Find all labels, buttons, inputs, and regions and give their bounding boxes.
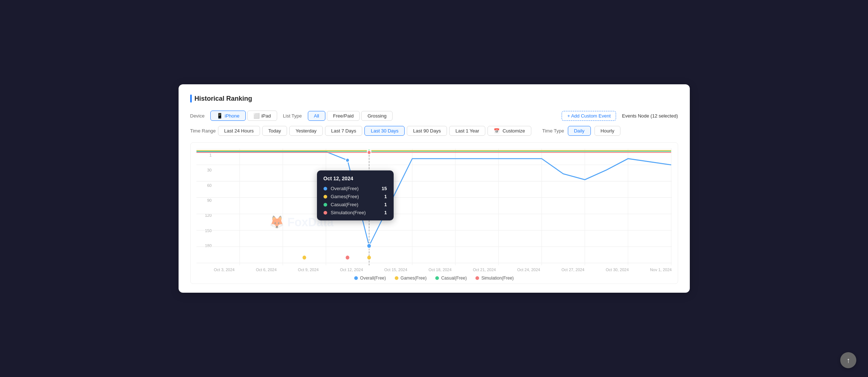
tooltip-dot-casual: [324, 203, 327, 207]
section-title: Historical Ranking: [190, 95, 678, 103]
tooltip-label-overall: Overall(Free): [331, 186, 378, 191]
ipad-icon: ⬜: [253, 113, 260, 119]
tooltip-row-games: Games(Free) 1: [324, 194, 387, 199]
device-ipad-btn[interactable]: ⬜ iPad: [247, 111, 277, 121]
x-label-5: Oct 18, 2024: [429, 268, 452, 272]
svg-point-28: [345, 158, 349, 162]
svg-point-24: [367, 243, 371, 248]
device-label: Device: [190, 113, 205, 119]
tooltip-val-simulation: 1: [384, 210, 387, 215]
x-label-9: Oct 30, 2024: [606, 268, 629, 272]
legend-dot-casual: [435, 276, 439, 280]
x-label-2: Oct 9, 2024: [298, 268, 319, 272]
legend-games: Games(Free): [395, 276, 427, 281]
iphone-icon: 📱: [217, 113, 223, 119]
x-axis: Oct 3, 2024 Oct 6, 2024 Oct 9, 2024 Oct …: [214, 265, 672, 272]
tooltip-row-overall: Overall(Free) 15: [324, 186, 387, 191]
tooltip-dot-games: [324, 195, 327, 199]
title-bar: [190, 95, 192, 103]
x-label-10: Nov 1, 2024: [650, 268, 672, 272]
title-text: Historical Ranking: [195, 95, 252, 103]
tooltip-val-games: 1: [384, 194, 387, 199]
tooltip-row-casual: Casual(Free) 1: [324, 202, 387, 207]
legend-dot-overall: [354, 276, 358, 280]
device-btn-group: 📱 iPhone ⬜ iPad: [210, 111, 277, 121]
timerange-customize-btn[interactable]: 📅 Customize: [487, 126, 531, 136]
listtype-all-btn[interactable]: All: [308, 111, 325, 121]
timerange-30d-btn[interactable]: Last 30 Days: [364, 126, 405, 136]
timerange-24h-btn[interactable]: Last 24 Hours: [218, 126, 260, 136]
chart-svg: 🦊 FoxData: [196, 149, 672, 265]
timerange-yesterday-btn[interactable]: Yesterday: [289, 126, 322, 136]
x-label-8: Oct 27, 2024: [562, 268, 585, 272]
legend-simulation: Simulation(Free): [475, 276, 514, 281]
time-range-row: Time Range Last 24 Hours Today Yesterday…: [190, 126, 678, 136]
controls-row-1: Device 📱 iPhone ⬜ iPad List Type All Fre…: [190, 111, 678, 121]
legend-overall: Overall(Free): [354, 276, 386, 281]
listtype-btn-group: All Free/Paid Grossing: [308, 111, 393, 121]
device-iphone-btn[interactable]: 📱 iPhone: [210, 111, 245, 121]
listtype-grossing-btn[interactable]: Grossing: [361, 111, 393, 121]
x-label-0: Oct 3, 2024: [214, 268, 235, 272]
tooltip-val-casual: 1: [384, 202, 387, 207]
timetype-daily-btn[interactable]: Daily: [568, 126, 591, 136]
listtype-freepaid-btn[interactable]: Free/Paid: [327, 111, 360, 121]
x-label-3: Oct 12, 2024: [340, 268, 363, 272]
svg-point-21: [302, 255, 306, 259]
tooltip-label-casual: Casual(Free): [331, 202, 381, 207]
main-card: Historical Ranking Device 📱 iPhone ⬜ iPa…: [179, 84, 690, 293]
chart-tooltip: Oct 12, 2024 Overall(Free) 15 Games(Free…: [317, 170, 394, 220]
svg-point-23: [367, 255, 371, 259]
tooltip-label-simulation: Simulation(Free): [331, 210, 381, 215]
svg-point-22: [345, 255, 349, 259]
tooltip-val-overall: 15: [382, 186, 387, 191]
timerange-7d-btn[interactable]: Last 7 Days: [325, 126, 363, 136]
listtype-label: List Type: [283, 113, 302, 119]
legend-label-simulation: Simulation(Free): [481, 276, 514, 281]
tooltip-dot-simulation: [324, 211, 327, 215]
timerange-label: Time Range: [190, 128, 216, 134]
tooltip-dot-overall: [324, 187, 327, 191]
legend-dot-simulation: [475, 276, 479, 280]
scroll-to-top-btn[interactable]: ↑: [840, 352, 856, 368]
timetype-label: Time Type: [542, 128, 564, 134]
chart-legend: Overall(Free) Games(Free) Casual(Free) S…: [196, 276, 672, 281]
x-label-7: Oct 24, 2024: [517, 268, 540, 272]
add-custom-event-btn[interactable]: + Add Custom Event: [562, 111, 616, 121]
timerange-today-btn[interactable]: Today: [262, 126, 287, 136]
svg-point-27: [367, 150, 371, 154]
legend-label-casual: Casual(Free): [441, 276, 467, 281]
events-node-btn[interactable]: Events Node (12 selected): [622, 113, 678, 119]
legend-dot-games: [395, 276, 398, 280]
x-label-4: Oct 15, 2024: [384, 268, 407, 272]
calendar-icon: 📅: [494, 128, 500, 134]
x-label-1: Oct 6, 2024: [256, 268, 277, 272]
tooltip-row-simulation: Simulation(Free) 1: [324, 210, 387, 215]
x-label-6: Oct 21, 2024: [473, 268, 496, 272]
legend-casual: Casual(Free): [435, 276, 467, 281]
tooltip-date: Oct 12, 2024: [324, 176, 387, 181]
timerange-1y-btn[interactable]: Last 1 Year: [449, 126, 485, 136]
tooltip-label-games: Games(Free): [331, 194, 381, 199]
timerange-90d-btn[interactable]: Last 90 Days: [407, 126, 447, 136]
legend-label-games: Games(Free): [401, 276, 427, 281]
legend-label-overall: Overall(Free): [360, 276, 386, 281]
timetype-hourly-btn[interactable]: Hourly: [594, 126, 621, 136]
chart-area: 1 30 60 90 120 150 180: [190, 142, 678, 284]
